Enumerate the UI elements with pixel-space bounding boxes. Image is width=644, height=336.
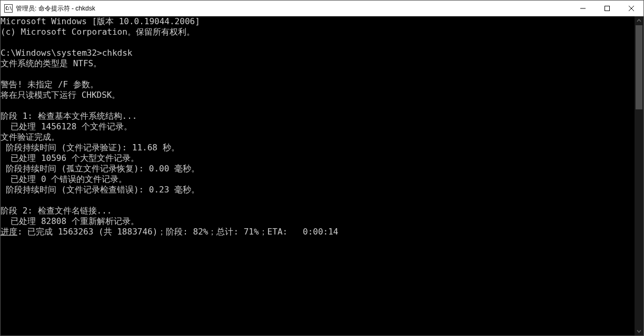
app-window: C:\ 管理员: 命令提示符 - chkdsk Microsoft Window… [0, 0, 644, 336]
client-area: Microsoft Windows [版本 10.0.19044.2006](c… [1, 16, 643, 335]
terminal-line [1, 195, 635, 206]
terminal-line: 已处理 82808 个重新解析记录。 [1, 216, 635, 227]
terminal-output[interactable]: Microsoft Windows [版本 10.0.19044.2006](c… [1, 16, 635, 335]
terminal-line: C:\Windows\system32>chkdsk [1, 48, 635, 58]
maximize-icon [605, 6, 610, 11]
maximize-button[interactable] [595, 1, 619, 16]
terminal-line: 文件验证完成。 [1, 132, 635, 142]
scroll-thumb[interactable] [636, 25, 642, 109]
chevron-down-icon [637, 329, 641, 333]
terminal-line: 阶段持续时间 (文件记录验证): 11.68 秒。 [1, 142, 635, 153]
close-button[interactable] [619, 1, 643, 16]
terminal-line: 已处理 10596 个大型文件记录。 [1, 153, 635, 164]
terminal-line [1, 37, 635, 48]
window-controls [571, 1, 643, 16]
terminal-line: 阶段持续时间 (文件记录检查错误): 0.23 毫秒。 [1, 185, 635, 195]
terminal-line: 将在只读模式下运行 CHKDSK。 [1, 90, 635, 100]
terminal-line [1, 100, 635, 111]
app-icon: C:\ [4, 4, 13, 13]
progress-details: : 已完成 1563263 (共 1883746)；阶段: 82%；总计: 71… [17, 227, 338, 237]
vertical-scrollbar[interactable] [635, 16, 643, 335]
svg-rect-1 [605, 6, 610, 11]
scroll-up-button[interactable] [635, 16, 643, 25]
chevron-up-icon [637, 18, 641, 23]
terminal-line: 文件系统的类型是 NTFS。 [1, 58, 635, 69]
terminal-line: Microsoft Windows [版本 10.0.19044.2006] [1, 16, 635, 27]
terminal-line: (c) Microsoft Corporation。保留所有权利。 [1, 27, 635, 37]
window-title: 管理员: 命令提示符 - chkdsk [16, 4, 95, 13]
terminal-line: 阶段 2: 检查文件名链接... [1, 206, 635, 216]
progress-label: 进度 [1, 227, 17, 237]
scroll-down-button[interactable] [635, 327, 643, 335]
title-bar[interactable]: C:\ 管理员: 命令提示符 - chkdsk [1, 1, 643, 16]
terminal-line [1, 69, 635, 79]
terminal-line: 警告! 未指定 /F 参数。 [1, 79, 635, 90]
minimize-button[interactable] [571, 1, 595, 16]
terminal-line: 阶段持续时间 (孤立文件记录恢复): 0.00 毫秒。 [1, 164, 635, 174]
terminal-progress-line: 进度: 已完成 1563263 (共 1883746)；阶段: 82%；总计: … [1, 227, 635, 237]
terminal-line: 已处理 1456128 个文件记录。 [1, 121, 635, 132]
minimize-icon [580, 6, 586, 11]
terminal-line: 已处理 0 个错误的文件记录。 [1, 174, 635, 185]
terminal-line: 阶段 1: 检查基本文件系统结构... [1, 111, 635, 121]
close-icon [629, 6, 634, 11]
